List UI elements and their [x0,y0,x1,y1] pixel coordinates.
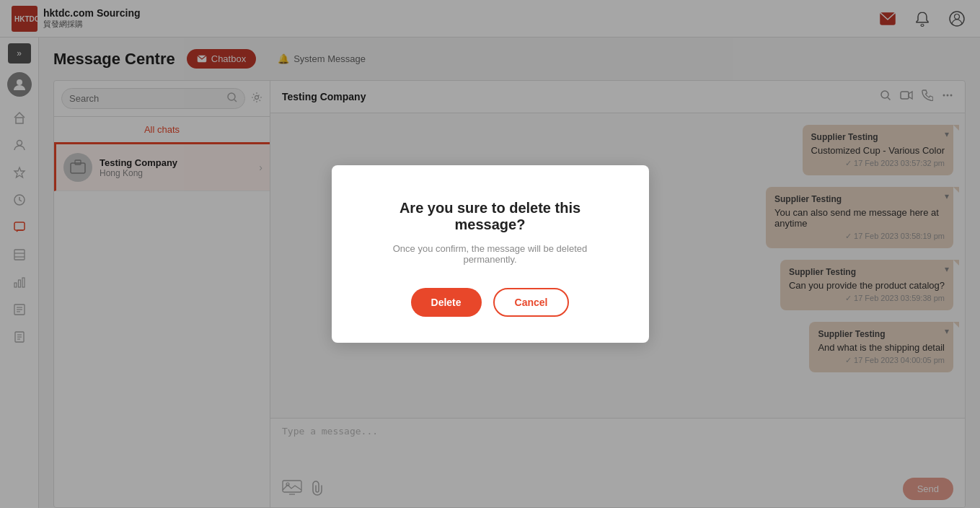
modal-cancel-button[interactable]: Cancel [493,288,570,317]
modal-delete-button[interactable]: Delete [411,288,482,317]
modal-description: Once you confirm, the message will be de… [366,243,614,265]
delete-confirm-modal: Are you sure to delete this message? Onc… [332,165,649,343]
modal-title: Are you sure to delete this message? [366,200,614,233]
modal-overlay: Are you sure to delete this message? Onc… [0,0,980,508]
modal-actions: Delete Cancel [366,288,614,317]
